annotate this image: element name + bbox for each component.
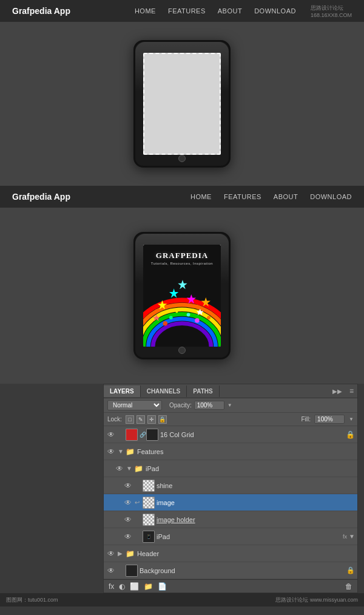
layer-row-shine[interactable]: 👁 shine [104,477,357,494]
thumb-shine [143,480,155,492]
fx-badge: fx [343,534,347,540]
layer-name-header: Header [137,550,355,557]
arrow-image: ↩ [135,499,141,506]
tab-layers[interactable]: LAYERS [104,386,141,397]
second-nav-bar: Grafpedia App HOME FEATURES ABOUT DOWNLO… [0,186,364,208]
nav-home[interactable]: HOME [135,7,156,15]
ipad-screen-placeholder [143,53,221,155]
nav-features[interactable]: FEATURES [168,7,206,15]
fx-bottom-icon[interactable]: fx [109,582,114,591]
link-icon-1: 🔗 [140,432,144,438]
eye-icon-image-holder[interactable]: 👁 [123,515,133,525]
grafpedia-art [143,265,221,347]
thumb-image [143,497,155,509]
watermark-left: 图图网：tutu001.com [6,596,58,604]
layer-row-header[interactable]: 👁 ▶ 📁 Header [104,545,357,562]
top-nav-bar: Grafpedia App HOME FEATURES ABOUT DOWNLO… [0,0,364,22]
panel-tabs: LAYERS CHANNELS PATHS ▶▶ ≡ [104,384,357,398]
watermark-bar: 图图网：tutu001.com 思路设计论坛 www.missyuan.com [0,593,364,607]
fx-arrow: ▼ [349,533,355,540]
opacity-arrow: ▼ [228,403,232,408]
layer-name-ipad-layer: iPad [157,533,340,540]
eye-icon-image[interactable]: 👁 [123,498,133,508]
panel-menu-icon[interactable]: ≡ [346,384,357,398]
eye-icon-1[interactable]: 👁 [106,430,116,440]
lock-all-icon[interactable]: 🔒 [158,415,167,424]
section-ipad-placeholder [0,22,364,186]
eye-icon-ipad-layer[interactable]: 👁 [123,532,133,542]
opacity-label: Opacity: [169,402,192,409]
layer-row-features[interactable]: 👁 ▼ 📁 Features [104,443,357,460]
section-ipad-grafpedia: GRAFPEDIA Tutorials, Resources, Inspirat… [0,208,364,384]
lock-label: Lock: [107,416,122,423]
folder-icon-ipad: 📁 [134,464,144,473]
layer-name-16colgrid: 16 Col Grid [160,431,344,438]
expand-ipad[interactable]: ▼ [126,465,132,472]
ipad-screen-grafpedia: GRAFPEDIA Tutorials, Resources, Inspirat… [143,245,221,347]
lock-fill-row: Lock: □ ✎ ✛ 🔒 Fill: ▼ [104,413,357,426]
eye-icon-background[interactable]: 👁 [106,566,116,576]
lock-bg: 🔒 [346,566,355,574]
delete-layer-icon[interactable]: 🗑 [345,582,352,591]
lock-position-icon[interactable]: ✛ [147,415,156,424]
eye-icon-shine[interactable]: 👁 [123,481,133,491]
opacity-input[interactable] [194,401,224,410]
expand-header[interactable]: ▶ [118,550,124,557]
nav-download[interactable]: DOWNLOAD [254,7,296,15]
nav2-about[interactable]: ABOUT [274,193,298,200]
tab-channels[interactable]: CHANNELS [141,386,187,397]
layer-name-features: Features [137,448,355,455]
layer-row-ipad-layer[interactable]: 👁 📱 iPad fx ▼ [104,528,357,545]
eye-icon-features[interactable]: 👁 [106,447,116,457]
fill-input[interactable] [314,415,345,424]
layer-row-ipad-folder[interactable]: 👁 ▼ 📁 iPad [104,460,357,477]
ipad-device-2: GRAFPEDIA Tutorials, Resources, Inspirat… [133,232,231,359]
nav2-download[interactable]: DOWNLOAD [310,193,352,200]
eye-icon-header[interactable]: 👁 [106,549,116,559]
layer-name-ipad-folder: iPad [146,465,355,472]
svg-marker-7 [169,288,178,297]
layer-row-image[interactable]: 👁 ↩ image [104,494,357,511]
thumb-image-holder [143,514,155,526]
lock-transparent-icon[interactable]: □ [126,415,134,424]
thumb-ipad-layer: 📱 [143,531,155,543]
tab-paths[interactable]: PATHS [187,386,219,397]
nav2-features[interactable]: FEATURES [224,193,261,200]
ipad-home-button-1 [178,155,186,162]
lock-pixels-icon[interactable]: ✎ [136,415,145,424]
folder-icon-features: 📁 [126,447,135,456]
svg-point-13 [163,321,167,326]
layer-row-image-holder[interactable]: 👁 image holder [104,511,357,528]
layer-row-background[interactable]: 👁 Background 🔒 [104,562,357,579]
ipad-device-1 [133,40,231,168]
eye-icon-ipad-folder[interactable]: 👁 [115,464,124,474]
panel-expand-arrow[interactable]: ▶▶ [329,386,346,397]
blend-mode-select[interactable]: Normal Multiply Screen [107,400,162,410]
svg-point-16 [187,313,190,316]
svg-point-15 [195,318,200,323]
layer-name-background: Background [140,567,345,574]
new-layer-icon[interactable]: 📄 [158,582,167,591]
layer-name-image-holder: image holder [157,516,355,523]
folder-icon-header: 📁 [126,549,135,558]
nav-links-2: HOME FEATURES ABOUT DOWNLOAD [190,193,352,200]
svg-point-5 [153,324,211,347]
logo-text: Grafpedia App [12,6,70,16]
thumb-16colgrid-dark [146,429,158,441]
svg-point-14 [169,316,173,319]
layers-list: 👁 🔗 16 Col Grid 🔒 👁 ▼ 📁 Features 👁 ▼ 📁 i… [104,426,357,579]
nav2-home[interactable]: HOME [190,193,212,200]
mask-icon[interactable]: ⬜ [130,582,139,591]
fill-arrow: ▼ [349,416,354,422]
new-group-icon[interactable]: 📁 [144,582,153,591]
adjustment-icon[interactable]: ◐ [119,582,125,591]
expand-features[interactable]: ▼ [118,448,124,455]
grafpedia-content: GRAFPEDIA Tutorials, Resources, Inspirat… [143,245,221,347]
blend-opacity-row: Normal Multiply Screen Opacity: ▼ [104,398,357,413]
grafpedia-title: GRAFPEDIA [156,251,208,260]
layer-row-16colgrid[interactable]: 👁 🔗 16 Col Grid 🔒 [104,426,357,443]
nav-about[interactable]: ABOUT [218,7,242,15]
lock-badge-1: 🔒 [346,430,355,439]
thumb-background [126,565,138,577]
layers-panel: LAYERS CHANNELS PATHS ▶▶ ≡ Normal Multip… [103,384,358,593]
